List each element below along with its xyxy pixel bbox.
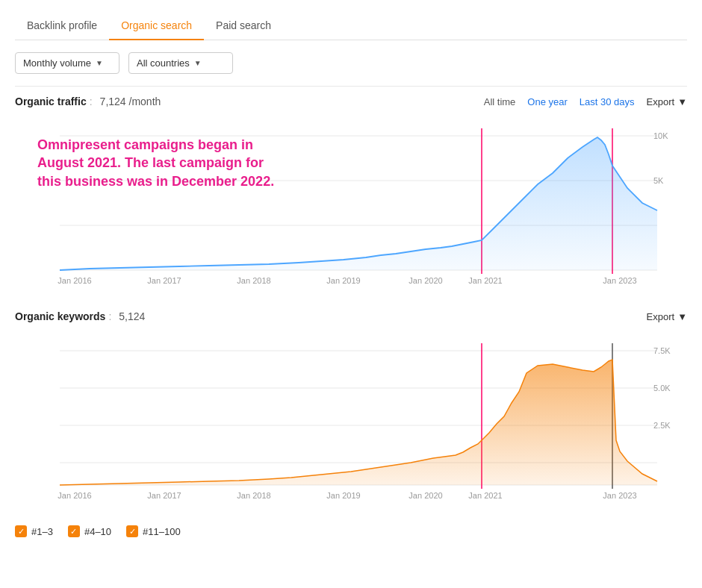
keywords-chart: 7.5K 5.0K 2.5K Jan 2016 Jan 2017 Jan 201… — [15, 328, 687, 507]
volume-filter-label: Monthly volume — [23, 57, 91, 69]
one-year-button[interactable]: One year — [527, 96, 567, 107]
svg-text:5K: 5K — [653, 176, 664, 185]
tab-organic-search[interactable]: Organic search — [109, 12, 204, 40]
keywords-chart-container: 7.5K 5.0K 2.5K Jan 2016 Jan 2017 Jan 201… — [15, 328, 687, 507]
svg-text:Jan 2020: Jan 2020 — [409, 491, 442, 500]
traffic-chart: 10K 5K Jan 2016 Jan 2017 Jan 2018 Jan 20… — [15, 113, 687, 293]
volume-filter-arrow: ▼ — [96, 59, 103, 67]
traffic-chart-container: Omnipresent campaigns began in August 20… — [15, 113, 687, 293]
legend-item-11-100: ✓ #11–100 — [126, 525, 181, 537]
svg-text:2.5K: 2.5K — [653, 421, 671, 430]
legend-item-1-3: ✓ #1–3 — [15, 525, 53, 537]
traffic-export-button[interactable]: Export ▼ — [647, 96, 687, 107]
legend: ✓ #1–3 ✓ #4–10 ✓ #11–100 — [15, 525, 687, 537]
svg-text:7.5K: 7.5K — [653, 346, 671, 355]
legend-label-11-100: #11–100 — [143, 526, 181, 537]
keywords-value: 5,124 — [119, 310, 145, 322]
traffic-value: 7,124 /month — [100, 96, 161, 107]
keywords-separator: : — [108, 310, 111, 322]
traffic-separator: : — [90, 96, 93, 107]
filter-bar: Monthly volume ▼ All countries ▼ — [15, 52, 687, 74]
keywords-title-group: Organic keywords : 5,124 — [15, 310, 145, 322]
keywords-header: Organic keywords : 5,124 Export ▼ — [15, 310, 687, 322]
all-time-button[interactable]: All time — [484, 96, 516, 107]
svg-text:Jan 2018: Jan 2018 — [237, 276, 270, 285]
svg-text:Jan 2018: Jan 2018 — [237, 491, 270, 500]
last-30-button[interactable]: Last 30 days — [580, 96, 635, 107]
countries-filter-arrow: ▼ — [194, 59, 202, 67]
legend-checkbox-11-100: ✓ — [126, 525, 138, 537]
traffic-title: Organic traffic — [15, 96, 87, 107]
svg-text:Jan 2017: Jan 2017 — [147, 276, 181, 285]
tab-bar: Backlink profile Organic search Paid sea… — [15, 12, 687, 40]
legend-item-4-10: ✓ #4–10 — [68, 525, 111, 537]
svg-text:Jan 2016: Jan 2016 — [58, 491, 91, 500]
tab-backlink-profile[interactable]: Backlink profile — [15, 12, 109, 40]
svg-text:Jan 2016: Jan 2016 — [58, 276, 91, 285]
countries-filter-label: All countries — [137, 57, 190, 69]
volume-filter[interactable]: Monthly volume ▼ — [15, 52, 119, 74]
legend-checkbox-4-10: ✓ — [68, 525, 80, 537]
divider-top — [15, 86, 687, 87]
keywords-export-label: Export — [647, 311, 675, 322]
traffic-title-group: Organic traffic : 7,124 /month — [15, 96, 161, 107]
svg-text:Jan 2021: Jan 2021 — [468, 491, 502, 500]
legend-checkbox-1-3: ✓ — [15, 525, 27, 537]
tab-paid-search[interactable]: Paid search — [204, 12, 283, 40]
traffic-header: Organic traffic : 7,124 /month All time … — [15, 96, 687, 107]
svg-text:5.0K: 5.0K — [653, 384, 671, 392]
keywords-export-chevron-icon: ▼ — [677, 311, 687, 322]
countries-filter[interactable]: All countries ▼ — [128, 52, 233, 74]
export-label: Export — [647, 96, 675, 107]
keywords-export-button[interactable]: Export ▼ — [647, 311, 687, 322]
svg-text:Jan 2019: Jan 2019 — [326, 491, 360, 500]
legend-label-4-10: #4–10 — [84, 526, 111, 537]
legend-label-1-3: #1–3 — [31, 526, 53, 537]
svg-text:Jan 2023: Jan 2023 — [603, 276, 636, 285]
svg-text:Jan 2023: Jan 2023 — [603, 491, 636, 500]
svg-text:Jan 2021: Jan 2021 — [468, 276, 502, 285]
svg-text:Jan 2020: Jan 2020 — [409, 276, 442, 285]
export-chevron-icon: ▼ — [677, 96, 687, 107]
time-controls: All time One year Last 30 days Export ▼ — [484, 96, 687, 107]
svg-text:Jan 2019: Jan 2019 — [326, 276, 360, 285]
svg-text:Jan 2017: Jan 2017 — [147, 491, 181, 500]
keywords-title: Organic keywords — [15, 310, 105, 322]
svg-text:10K: 10K — [653, 131, 668, 140]
